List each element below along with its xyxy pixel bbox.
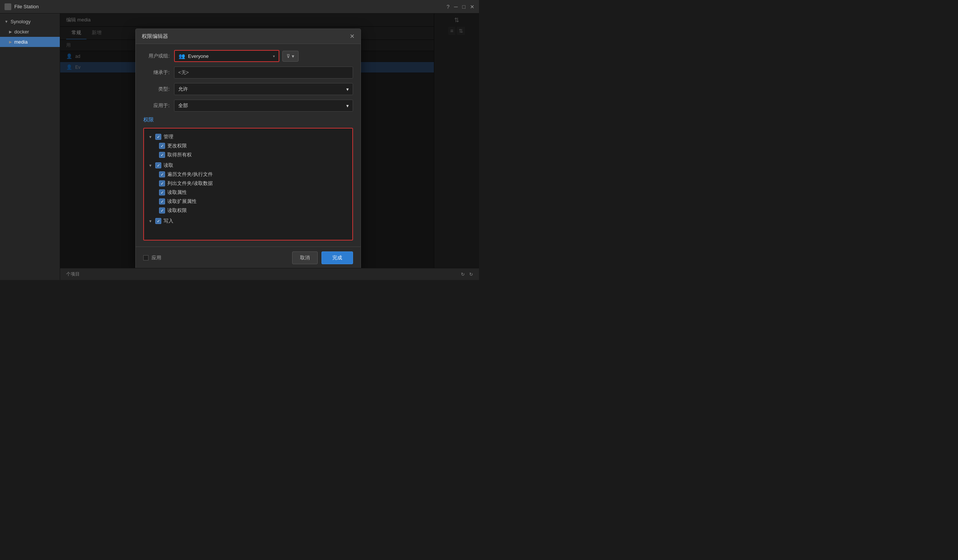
apply-label: 应用 [152,255,161,261]
write-group: ▼ ✓ 写入 [149,217,348,226]
change-perms-label: 更改权限 [167,142,187,149]
dialog-body: 用户或组: 👥 Everyone ▾ ⊽ ▾ [136,44,360,247]
manage-arrow: ▼ [149,135,153,139]
read-group: ▼ ✓ 读取 ✓ 遍历文件夹/执行文件 ✓ [149,161,348,215]
tree-item-read-ext-attr: ✓ 读取扩展属性 [159,197,348,206]
content-area: 编辑 media ⋮ ✕ 常规 新增 用 👤 ad [60,14,479,280]
take-ownership-checkbox[interactable]: ✓ [159,152,165,158]
app-icon [5,3,11,10]
read-arrow: ▼ [149,163,153,168]
media-arrow: ▶ [9,40,12,44]
traverse-label: 遍历文件夹/执行文件 [167,171,213,178]
apply-to-label: 应用于: [143,102,170,109]
user-group-control: 👥 Everyone ▾ ⊽ ▾ [174,50,353,62]
manage-group: ▼ ✓ 管理 ✓ 更改权限 ✓ [149,132,348,159]
tree-item-traverse: ✓ 遍历文件夹/执行文件 [159,170,348,179]
change-perms-checkbox[interactable]: ✓ [159,143,165,149]
manage-label: 管理 [163,133,173,140]
read-children: ✓ 遍历文件夹/执行文件 ✓ 列出文件夹/读取数据 ✓ 读取属性 [159,170,348,215]
status-bar: 个项目 ↻ ↻ [60,268,479,280]
manage-group-header[interactable]: ▼ ✓ 管理 [149,132,348,141]
apply-to-arrow: ▾ [346,103,349,109]
permission-tree: ▼ ✓ 管理 ✓ 更改权限 ✓ [143,128,353,240]
apply-checkbox[interactable] [143,255,149,261]
dialog-title: 权限编辑器 [142,33,168,40]
user-group-label: 用户或组: [143,52,170,59]
apply-to-row: 应用于: 全部 ▾ [143,100,353,112]
user-dropdown-arrow: ▾ [273,54,275,58]
read-ext-attr-label: 读取扩展属性 [167,198,197,205]
read-perms-label: 读取权限 [167,207,187,214]
write-checkbox[interactable]: ✓ [155,218,161,224]
read-perms-checkbox[interactable]: ✓ [159,207,165,214]
tree-item-take-ownership: ✓ 取得所有权 [159,150,348,159]
traverse-checkbox[interactable]: ✓ [159,171,165,177]
sidebar: ▼ Synology ▶ docker ▶ media [0,14,60,280]
tree-item-list: ✓ 列出文件夹/读取数据 [159,179,348,188]
user-group-value: Everyone [188,53,209,59]
type-label: 类型: [143,86,170,92]
filter-icon: ⊽ [287,53,290,59]
sidebar-item-media[interactable]: ▶ media [0,37,60,47]
type-value: 允许 [178,86,188,92]
media-label: media [14,39,27,45]
help-button[interactable]: ? [447,4,450,10]
dialog-header: 权限编辑器 ✕ [136,29,360,44]
cancel-button[interactable]: 取消 [292,252,318,264]
docker-label: docker [14,29,29,35]
manage-children: ✓ 更改权限 ✓ 取得所有权 [159,141,348,159]
items-count-label: 个项目 [66,271,80,277]
inherit-row: 继承于: <无> [143,66,353,79]
read-attr-checkbox[interactable]: ✓ [159,190,165,195]
modal-overlay: 权限编辑器 ✕ 用户或组: 👥 Everyone ▾ [60,14,479,280]
write-label: 写入 [163,218,173,225]
read-label: 读取 [163,162,173,169]
write-arrow: ▼ [149,219,153,223]
close-window-button[interactable]: ✕ [470,4,474,10]
app-title: File Station [14,4,447,9]
people-icon: 👥 [179,53,185,59]
apply-to-value: 全部 [178,102,188,109]
inherit-input: <无> [174,66,353,79]
minimize-button[interactable]: ─ [454,4,458,10]
refresh2-icon[interactable]: ↻ [469,272,473,277]
sidebar-item-synology[interactable]: ▼ Synology [0,17,60,27]
user-selector[interactable]: 👥 Everyone ▾ [174,50,279,62]
list-checkbox[interactable]: ✓ [159,180,165,187]
type-arrow: ▾ [346,87,349,92]
manage-checkbox[interactable]: ✓ [155,134,161,140]
main-layout: ▼ Synology ▶ docker ▶ media 编辑 media ⋮ ✕ [0,14,479,280]
docker-arrow: ▶ [9,30,12,34]
window-controls: ? ─ □ ✕ [447,4,474,10]
confirm-button[interactable]: 完成 [322,252,353,264]
filter-button[interactable]: ⊽ ▾ [282,51,298,62]
perms-section-label: 权限 [143,116,353,123]
read-checkbox[interactable]: ✓ [155,162,161,168]
sidebar-item-docker[interactable]: ▶ docker [0,27,60,37]
maximize-button[interactable]: □ [462,4,465,10]
tree-item-read-perms: ✓ 读取权限 [159,206,348,215]
type-select[interactable]: 允许 ▾ [174,83,353,95]
tree-item-read-attr: ✓ 读取属性 [159,188,348,197]
filter-dropdown-arrow: ▾ [292,53,294,59]
write-group-header[interactable]: ▼ ✓ 写入 [149,217,348,226]
read-group-header[interactable]: ▼ ✓ 读取 [149,161,348,170]
sidebar-root-label: Synology [11,19,30,24]
read-ext-attr-checkbox[interactable]: ✓ [159,198,165,204]
tree-item-change-perms: ✓ 更改权限 [159,141,348,150]
dialog-close-button[interactable]: ✕ [350,33,355,40]
take-ownership-label: 取得所有权 [167,152,192,158]
apply-to-control: 全部 ▾ [174,100,353,112]
type-row: 类型: 允许 ▾ [143,83,353,95]
inherit-control: <无> [174,66,353,79]
refresh1-icon[interactable]: ↻ [461,272,465,277]
type-control: 允许 ▾ [174,83,353,95]
inherit-label: 继承于: [143,69,170,76]
user-group-row: 用户或组: 👥 Everyone ▾ ⊽ ▾ [143,50,353,62]
permission-editor-dialog: 权限编辑器 ✕ 用户或组: 👥 Everyone ▾ [135,28,361,269]
apply-to-select[interactable]: 全部 ▾ [174,100,353,112]
dialog-footer: 应用 取消 完成 [136,247,360,269]
list-label: 列出文件夹/读取数据 [167,180,213,187]
titlebar: File Station ? ─ □ ✕ [0,0,479,14]
expand-arrow: ▼ [5,19,8,24]
